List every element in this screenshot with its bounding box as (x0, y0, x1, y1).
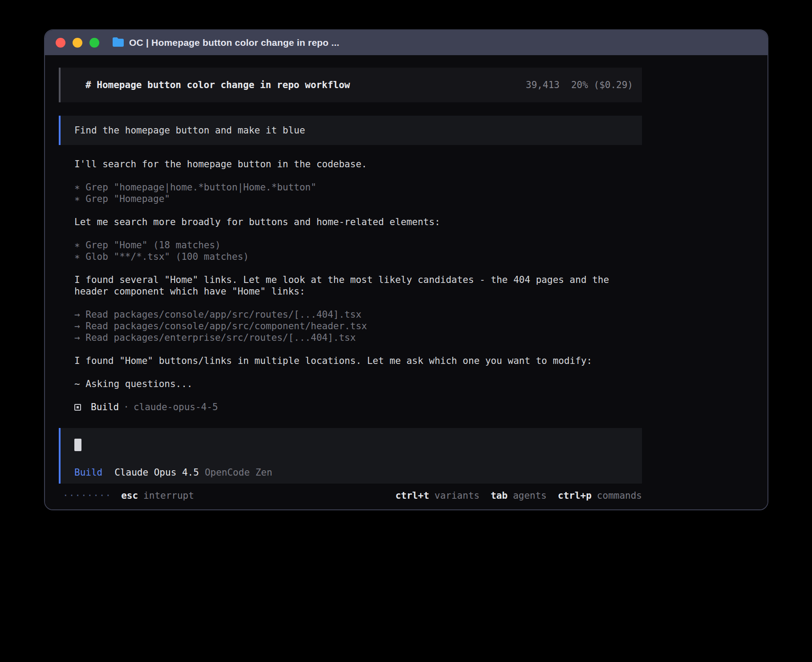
agent-name: Build (91, 401, 119, 413)
tool-call-line: ∗ Glob "**/*.tsx" (100 matches) (74, 251, 642, 262)
hotkey-label: variants (434, 490, 479, 501)
terminal-window: OC | Homepage button color change in rep… (44, 29, 768, 510)
hotkey-label: interrupt (143, 490, 194, 501)
input-meta: Build Claude Opus 4.5 OpenCode Zen (74, 467, 633, 478)
zoom-button[interactable] (89, 38, 99, 48)
input-line[interactable] (74, 439, 633, 451)
title-group: OC | Homepage button color change in rep… (112, 37, 339, 49)
hotkey-key: esc (121, 490, 138, 501)
tool-call-line: ∗ Grep "Homepage" (74, 193, 642, 205)
hotkey-commands: ctrl+p commands (558, 490, 642, 501)
hotkey-label: agents (513, 490, 547, 501)
titlebar[interactable]: OC | Homepage button color change in rep… (45, 30, 767, 55)
assistant-message: I found "Home" buttons/links in multiple… (74, 355, 642, 367)
agent-model: claude-opus-4-5 (134, 401, 218, 413)
agent-status-line: Build · claude-opus-4-5 (74, 401, 642, 413)
tool-read-group: → Read packages/console/app/src/routes/[… (74, 309, 642, 343)
tool-call-group: ∗ Grep "homepage|home.*button|Home.*butt… (74, 182, 642, 205)
tool-read-line: → Read packages/enterprise/src/routes/[.… (74, 332, 642, 343)
working-status: ~ Asking questions... (74, 378, 642, 390)
prompt-input[interactable]: Build Claude Opus 4.5 OpenCode Zen (59, 428, 642, 484)
agent-separator: · (123, 401, 129, 413)
text-cursor (74, 439, 81, 451)
user-message-text: Find the homepage button and make it blu… (74, 125, 305, 136)
traffic-lights (56, 38, 99, 48)
spinner-dots: ········ (63, 490, 111, 501)
folder-icon (112, 37, 124, 49)
input-provider-label: OpenCode Zen (205, 467, 272, 478)
minimize-button[interactable] (73, 38, 82, 48)
statusbar-left: ········ esc interrupt (59, 490, 194, 501)
status-bar: ········ esc interrupt ctrl+t variants t… (59, 490, 642, 501)
hotkey-key: ctrl+t (395, 490, 429, 501)
assistant-message: I found several "Home" links. Let me loo… (74, 274, 642, 297)
hotkey-key: tab (491, 490, 508, 501)
hotkey-label: commands (597, 490, 642, 501)
input-model-label[interactable]: Claude Opus 4.5 (114, 467, 199, 478)
assistant-message: Let me search more broadly for buttons a… (74, 216, 642, 228)
token-count: 39,413 (526, 80, 560, 90)
close-button[interactable] (56, 38, 65, 48)
user-message: Find the homepage button and make it blu… (59, 116, 642, 145)
input-agent-label[interactable]: Build (74, 467, 102, 478)
window-title: OC | Homepage button color change in rep… (129, 37, 339, 48)
terminal-content: # Homepage button color change in repo w… (45, 55, 767, 509)
statusbar-right: ctrl+t variants tab agents ctrl+p comman… (395, 490, 642, 501)
hotkey-interrupt: esc interrupt (121, 490, 194, 501)
hotkey-variants: ctrl+t variants (395, 490, 479, 501)
tool-call-line: ∗ Grep "homepage|home.*button|Home.*butt… (74, 182, 642, 193)
tool-call-line: ∗ Grep "Home" (18 matches) (74, 239, 642, 251)
context-cost: 20% ($0.29) (571, 80, 633, 90)
session-title: # Homepage button color change in repo w… (85, 79, 350, 91)
session-stats: 39,41320% ($0.29) (526, 79, 633, 91)
agent-build-icon (74, 404, 81, 411)
hotkey-key: ctrl+p (558, 490, 592, 501)
tool-call-group: ∗ Grep "Home" (18 matches) ∗ Glob "**/*.… (74, 239, 642, 262)
tool-read-line: → Read packages/console/app/src/componen… (74, 320, 642, 332)
tool-read-line: → Read packages/console/app/src/routes/[… (74, 309, 642, 320)
session-header: # Homepage button color change in repo w… (59, 68, 642, 102)
hotkey-agents: tab agents (491, 490, 547, 501)
assistant-message: I'll search for the homepage button in t… (74, 158, 642, 170)
